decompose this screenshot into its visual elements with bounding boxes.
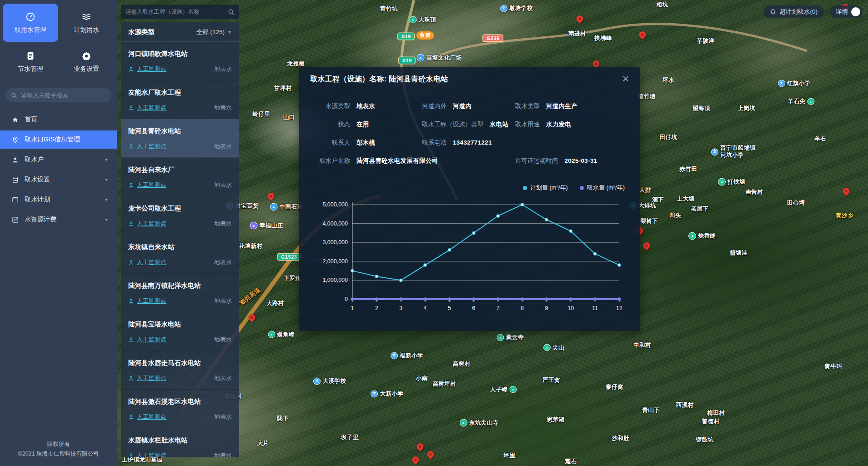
school-pin-icon: 文 <box>391 352 398 359</box>
facility-name: 友能水厂取水工程 <box>128 88 232 97</box>
monitor-tag[interactable]: 人工监测点 <box>128 181 166 189</box>
copyright-line1: 版权所有 <box>0 440 117 449</box>
data-point <box>375 298 378 301</box>
monitor-tag[interactable]: 人工监测点 <box>128 374 166 382</box>
data-point <box>521 298 524 301</box>
filter-value: 全部 (125) <box>196 28 225 36</box>
facility-list-item[interactable]: 水唇镇水栏肚水电站人工监测点地表水 <box>121 428 239 457</box>
school-pin-icon: 文 <box>711 148 718 155</box>
over-plan-alert-badge[interactable]: 超计划取水(0) <box>763 5 824 18</box>
menu-item-6[interactable]: 水资源计费▼ <box>0 210 117 229</box>
field-group: 许可证过期时间2025-03-31 <box>515 157 597 165</box>
map-label: 赤竹田 <box>679 165 697 173</box>
facility-list-item[interactable]: 陆河县青砼水电站人工监测点地表水 <box>121 119 239 158</box>
facility-search-input[interactable] <box>125 9 228 15</box>
facility-detail-modal: 取水工程（设施）名称: 陆河县青砼水电站 ✕ 水源类型地表水河道内外河道内取水类… <box>299 67 640 331</box>
gear-icon <box>81 51 91 61</box>
facility-name: 水唇镇水栏肚水电站 <box>128 436 232 445</box>
monitor-tag[interactable]: 人工监测点 <box>128 451 166 457</box>
facility-list-item[interactable]: 陆河县激石溪老区水电站人工监测点地表水 <box>121 390 239 428</box>
map-label: 上岗坑 <box>738 104 755 112</box>
field-label: 取水户名称 <box>308 157 350 165</box>
monitor-tag[interactable]: 人工监测点 <box>128 142 166 150</box>
module-label: 计划用水 <box>74 26 99 34</box>
sidebar-search-input[interactable] <box>21 92 106 99</box>
user-icon <box>12 156 19 163</box>
monitor-tag[interactable]: 人工监测点 <box>128 258 166 266</box>
toggle-knob[interactable] <box>851 7 860 16</box>
sidebar-search[interactable] <box>5 88 111 102</box>
facility-name: 陆河县宝塔水电站 <box>128 320 232 329</box>
facility-list-item[interactable]: 陆河县南万镇杞洋水电站人工监测点地表水 <box>121 274 239 312</box>
search-icon[interactable] <box>228 9 235 15</box>
map-label: ▲尖山 <box>543 344 564 351</box>
facility-list-item[interactable]: 河口镇唱歌潭水电站人工监测点地表水 <box>121 42 239 80</box>
alert-label: 超计划取水(0) <box>779 8 818 16</box>
monitor-tag[interactable]: 人工监测点 <box>128 336 166 344</box>
mountain-pin-icon: ▲ <box>497 334 504 341</box>
map-label: 高树村 <box>453 360 471 367</box>
line-chart: 01,000,0002,000,0003,000,0004,000,0005,0… <box>309 195 630 332</box>
filter-dropdown[interactable]: 全部 (125) ▼ <box>196 28 232 36</box>
module-tile-2[interactable]: 计划用水 <box>59 4 115 42</box>
road-badge: S19 <box>398 33 414 40</box>
detail-toggle[interactable]: 详情 <box>830 5 863 18</box>
monitor-tag[interactable]: 人工监测点 <box>128 220 166 228</box>
field-label: 状态 <box>308 120 350 129</box>
mountain-pin-icon: ▲ <box>268 331 275 338</box>
close-icon[interactable]: ✕ <box>620 74 631 85</box>
facility-list-panel: 水源类型 全部 (125) ▼ 河口镇唱歌潭水电站人工监测点地表水友能水厂取水工… <box>121 22 239 457</box>
monitor-tag[interactable]: 人工监测点 <box>128 65 166 73</box>
module-tile-4[interactable]: 业务设置 <box>59 43 115 81</box>
facility-list-item[interactable]: 陆河县水唇走马石水电站人工监测点地表水 <box>121 351 239 390</box>
facility-list-item[interactable]: 陆河县自来水厂人工监测点地表水 <box>121 158 239 196</box>
map-label: 文大溪学校 <box>313 377 346 385</box>
facility-list-item[interactable]: 友能水厂取水工程人工监测点地表水 <box>121 80 239 119</box>
facility-name: 麦卡公司取水工程 <box>128 204 232 213</box>
facility-search[interactable] <box>121 5 239 19</box>
data-point <box>569 298 572 301</box>
data-point <box>472 231 475 234</box>
data-point <box>351 298 354 301</box>
person-icon <box>128 66 134 72</box>
field-group: 取水用途水力发电 <box>515 120 571 129</box>
map-label: S19 <box>398 33 414 40</box>
facility-list-item[interactable]: 麦卡公司取水工程人工监测点地表水 <box>121 196 239 235</box>
facility-list-item[interactable]: 东坑镇自来水站人工监测点地表水 <box>121 235 239 274</box>
menu-item-3[interactable]: 取水户▼ <box>0 150 117 169</box>
map-label: 文福新小学 <box>391 352 423 360</box>
facility-name: 东坑镇自来水站 <box>128 243 232 251</box>
menu-item-4[interactable]: 取水设置▼ <box>0 170 117 189</box>
school-pin-icon: 文 <box>500 5 507 12</box>
menu-item-1[interactable]: 首页 <box>0 110 117 129</box>
menu-item-label: 首页 <box>25 115 37 124</box>
module-tile-3[interactable]: 节水管理 <box>3 43 58 81</box>
map-label: 青山下 <box>642 406 660 414</box>
module-tile-1[interactable]: 取用水管理 <box>3 4 58 42</box>
map-label: ●幸福山庄 <box>250 222 283 230</box>
person-icon <box>128 453 134 458</box>
monitor-tag[interactable]: 人工监测点 <box>128 413 166 421</box>
road-badge: G1523 <box>278 254 301 260</box>
map-label: 文墩塘学校 <box>500 5 533 12</box>
monitor-tag[interactable]: 人工监测点 <box>128 104 166 112</box>
map-label: 田心塆 <box>787 199 805 206</box>
field-group: 取水工程（设施）类型水电站 <box>422 120 508 129</box>
toll-badge: 收费 <box>416 31 434 40</box>
meter-icon <box>25 12 35 22</box>
field-group: 水源类型地表水 <box>308 102 375 110</box>
menu-item-label: 取水户 <box>25 155 44 164</box>
x-tick-label: 8 <box>521 305 524 311</box>
field-group: 取水户名称陆河县青砼水电发展有限公司 <box>308 157 438 165</box>
map-label: 黄竹坑 <box>380 5 398 13</box>
monitor-tag[interactable]: 人工监测点 <box>128 297 166 305</box>
map-label: ▲东坑尖山寺 <box>460 419 499 426</box>
copyright: 版权所有 ©2021 珠海市仁智科技有限公司 <box>0 440 117 466</box>
menu-item-5[interactable]: 取水计划▼ <box>0 190 117 209</box>
menu-item-2[interactable]: 取水口GIS信息管理 <box>0 130 117 149</box>
map-label: 高树坪村 <box>432 380 456 387</box>
x-tick-label: 5 <box>448 305 451 311</box>
facility-list-item[interactable]: 陆河县宝塔水电站人工监测点地表水 <box>121 312 239 351</box>
topbar-controls: 超计划取水(0) 详情 <box>763 5 863 18</box>
map-label: ▲天珠顶 <box>409 16 436 24</box>
